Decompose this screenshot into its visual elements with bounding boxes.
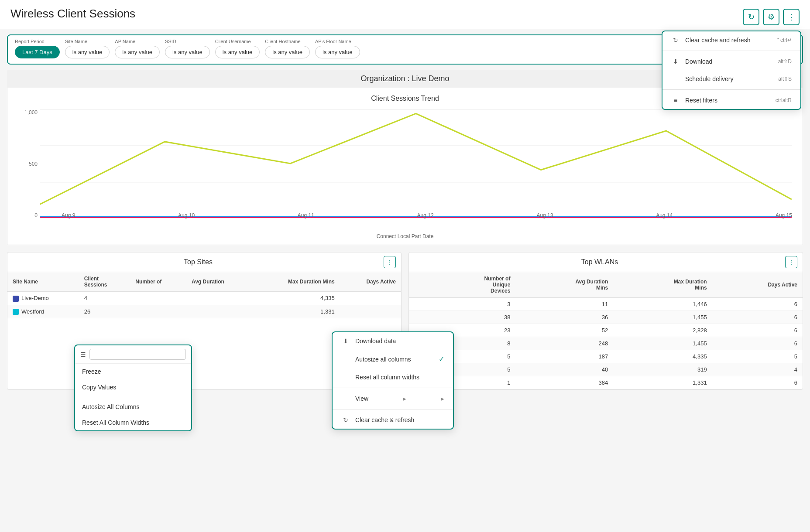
- reset-filters-item[interactable]: ≡ Reset filters ctrlaltR: [662, 92, 800, 109]
- download-label: Download: [685, 58, 712, 65]
- table-row: 23 52 2,828 6: [409, 324, 803, 337]
- y-label-0: 0: [18, 212, 38, 218]
- top-sites-header-row: Top Sites ⋮: [7, 252, 401, 272]
- reset-col-widths-item[interactable]: Reset all column widths: [333, 368, 453, 386]
- col-max-duration-wlan: Max DurationMins: [613, 272, 712, 298]
- three-dot-icon: ⋮: [387, 259, 393, 266]
- top-sites-more-button[interactable]: ⋮: [384, 256, 396, 268]
- freeze-item[interactable]: Freeze: [75, 364, 191, 379]
- freeze-label: Freeze: [82, 368, 101, 375]
- schedule-delivery-item[interactable]: Schedule delivery alt⇧S: [662, 70, 800, 88]
- days-cell: 4: [712, 363, 803, 376]
- filter-label-4: Client Username: [215, 39, 260, 44]
- y-label-1000: 1,000: [18, 109, 38, 116]
- context-search-bar: ☰: [75, 345, 191, 364]
- divider3: [75, 397, 191, 397]
- top-wlans-header-row: Top WLANs ⋮: [409, 252, 803, 272]
- filter-item-3: SSIDis any value: [165, 39, 210, 58]
- copy-values-item[interactable]: Copy Values: [75, 379, 191, 395]
- chart-container: 1,000 500 0: [18, 109, 792, 232]
- autosize-cols-label: Autosize all columns: [355, 356, 411, 363]
- reset-widths-item[interactable]: Reset All Column Widths: [75, 415, 191, 430]
- divider2: [662, 89, 800, 90]
- days-cell: [340, 305, 401, 318]
- filter-value-4[interactable]: is any value: [215, 46, 260, 58]
- more-button[interactable]: ⋮: [783, 9, 800, 25]
- chart-y-labels: 1,000 500 0: [18, 109, 38, 232]
- table-row: 8 248 1,455 6: [409, 337, 803, 350]
- max-cell: 4,335: [252, 292, 340, 305]
- x-label-aug12: Aug 12: [417, 212, 434, 218]
- wlan-name-cell: [409, 298, 432, 311]
- top-wlans-more-button[interactable]: ⋮: [785, 256, 797, 268]
- avg-cell: [186, 292, 253, 305]
- filter-label-3: SSID: [165, 39, 210, 44]
- table-row: Westford 26 1,331: [7, 305, 401, 318]
- refresh-button[interactable]: ↻: [743, 9, 759, 25]
- filter-value-0[interactable]: Last 7 Days: [15, 46, 60, 58]
- filter-label-5: Client Hostname: [265, 39, 310, 44]
- filter-value-5[interactable]: is any value: [265, 46, 310, 58]
- header-actions: ↻ ⚙ ⋮: [743, 9, 800, 25]
- filter-item-1: Site Nameis any value: [65, 39, 110, 58]
- filter-button[interactable]: ⚙: [763, 9, 779, 25]
- col-client-sessions: ClientSessions: [79, 272, 130, 292]
- view-item[interactable]: View ▶: [333, 390, 453, 407]
- clear-cache-refresh-label: Clear cache & refresh: [355, 416, 414, 423]
- reset-filters-shortcut: ctrlaltR: [776, 97, 792, 103]
- color-dot: [13, 296, 19, 302]
- site-name-cell: Live-Demo: [7, 292, 79, 305]
- clear-cache-refresh-item[interactable]: ↻ Clear cache & refresh: [333, 411, 453, 429]
- view-label: View: [355, 395, 368, 402]
- top-wlans-title: Top WLANs: [414, 258, 785, 266]
- download-shortcut: alt⇧D: [778, 58, 792, 65]
- filter-value-1[interactable]: is any value: [65, 46, 110, 58]
- copy-values-label: Copy Values: [82, 384, 116, 391]
- filter-label-2: AP Name: [115, 39, 160, 44]
- days-cell: [340, 292, 401, 305]
- filter-item-6: AP's Floor Nameis any value: [315, 39, 360, 58]
- x-label-aug13: Aug 13: [536, 212, 553, 218]
- days-cell: 6: [712, 337, 803, 350]
- devices-cell: 38: [432, 311, 515, 324]
- wlan-name-cell: [409, 311, 432, 324]
- chart-svg: [40, 109, 792, 218]
- hamburger-icon[interactable]: ☰: [80, 351, 86, 358]
- max-cell: 1,455: [613, 311, 712, 324]
- context-search-input[interactable]: [89, 349, 186, 360]
- table-row: 38 36 1,455 6: [409, 311, 803, 324]
- clear-cache-item[interactable]: ↻ Clear cache and refresh ⌃ctrl↵: [662, 31, 800, 49]
- filter-value-3[interactable]: is any value: [165, 46, 210, 58]
- max-cell: 1,455: [613, 337, 712, 350]
- filter-icon: ⚙: [768, 12, 775, 22]
- col-avg-duration: Avg Duration: [186, 272, 253, 292]
- chart-area: Aug 9 Aug 10 Aug 11 Aug 12 Aug 13 Aug 14…: [40, 109, 792, 218]
- clear-cache-label: Clear cache and refresh: [685, 37, 750, 44]
- filter-item-4: Client Usernameis any value: [215, 39, 260, 58]
- clear-cache-refresh-icon: ↻: [341, 416, 350, 423]
- autosize-all-item[interactable]: Autosize All Columns: [75, 399, 191, 415]
- download-data-item[interactable]: ⬇ Download data: [333, 332, 453, 350]
- table-row: 5 187 4,335 5: [409, 350, 803, 363]
- divider1: [662, 51, 800, 51]
- filter-value-6[interactable]: is any value: [315, 46, 360, 58]
- autosize-cols-item[interactable]: Autosize all columns ✓: [333, 350, 453, 368]
- avg-cell: 11: [515, 298, 613, 311]
- left-context-menu: ☰ Freeze Copy Values Autosize All Column…: [74, 344, 192, 431]
- chart-section: Client Sessions Trend 1,000 500 0: [7, 88, 803, 245]
- col-number-of: Number of: [130, 272, 186, 292]
- table-row: Live-Demo 4 4,335: [7, 292, 401, 305]
- filter-item-2: AP Nameis any value: [115, 39, 160, 58]
- download-item[interactable]: ⬇ Download alt⇧D: [662, 53, 800, 70]
- chart-x-labels: Aug 9 Aug 10 Aug 11 Aug 12 Aug 13 Aug 14…: [62, 212, 792, 218]
- top-sites-table: Site Name ClientSessions Number of Avg D…: [7, 272, 401, 318]
- x-label-aug15: Aug 15: [776, 212, 792, 218]
- reset-widths-label: Reset All Column Widths: [82, 419, 149, 426]
- site-name-cell: Westford: [7, 305, 79, 318]
- filter-value-2[interactable]: is any value: [115, 46, 160, 58]
- days-cell: 6: [712, 311, 803, 324]
- number-cell: [130, 305, 186, 318]
- col-wlan-name: [409, 272, 432, 298]
- reset-filters-icon: ≡: [671, 97, 680, 104]
- table-row: 5 40 319 4: [409, 363, 803, 376]
